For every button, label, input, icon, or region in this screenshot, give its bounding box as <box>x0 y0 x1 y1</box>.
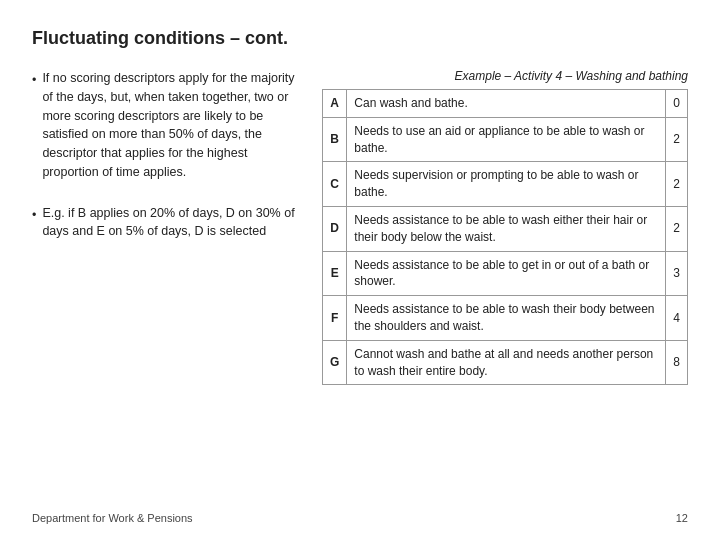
row-letter-g: G <box>323 340 347 385</box>
row-score-f: 4 <box>666 296 688 341</box>
row-letter-e: E <box>323 251 347 296</box>
bullet-text-1: If no scoring descriptors apply for the … <box>42 69 302 182</box>
row-score-g: 8 <box>666 340 688 385</box>
bullet-text-2: E.g. if B applies on 20% of days, D on 3… <box>42 204 302 242</box>
row-description-f: Needs assistance to be able to wash thei… <box>347 296 666 341</box>
row-score-b: 2 <box>666 117 688 162</box>
row-letter-d: D <box>323 206 347 251</box>
row-score-e: 3 <box>666 251 688 296</box>
table-row-f: FNeeds assistance to be able to wash the… <box>323 296 688 341</box>
row-letter-b: B <box>323 117 347 162</box>
table-row-a: ACan wash and bathe.0 <box>323 90 688 118</box>
bullet-item-2: • E.g. if B applies on 20% of days, D on… <box>32 204 302 242</box>
left-column: • If no scoring descriptors apply for th… <box>32 69 302 502</box>
table-title: Example – Activity 4 – Washing and bathi… <box>322 69 688 83</box>
row-score-c: 2 <box>666 162 688 207</box>
row-score-d: 2 <box>666 206 688 251</box>
footer-right: 12 <box>676 512 688 524</box>
row-score-a: 0 <box>666 90 688 118</box>
table-row-c: CNeeds supervision or prompting to be ab… <box>323 162 688 207</box>
activity-table: ACan wash and bathe.0BNeeds to use an ai… <box>322 89 688 385</box>
bullet-dot-1: • <box>32 71 36 182</box>
footer-left: Department for Work & Pensions <box>32 512 193 524</box>
bullet-dot-2: • <box>32 206 36 242</box>
right-column: Example – Activity 4 – Washing and bathi… <box>322 69 688 502</box>
table-row-e: ENeeds assistance to be able to get in o… <box>323 251 688 296</box>
table-row-d: DNeeds assistance to be able to wash eit… <box>323 206 688 251</box>
row-letter-c: C <box>323 162 347 207</box>
table-row-b: BNeeds to use an aid or appliance to be … <box>323 117 688 162</box>
row-description-c: Needs supervision or prompting to be abl… <box>347 162 666 207</box>
row-description-g: Cannot wash and bathe at all and needs a… <box>347 340 666 385</box>
row-letter-f: F <box>323 296 347 341</box>
table-row-g: GCannot wash and bathe at all and needs … <box>323 340 688 385</box>
footer: Department for Work & Pensions 12 <box>32 512 688 524</box>
row-letter-a: A <box>323 90 347 118</box>
content-area: • If no scoring descriptors apply for th… <box>32 69 688 502</box>
row-description-b: Needs to use an aid or appliance to be a… <box>347 117 666 162</box>
page: Fluctuating conditions – cont. • If no s… <box>0 0 720 540</box>
row-description-d: Needs assistance to be able to wash eith… <box>347 206 666 251</box>
page-title: Fluctuating conditions – cont. <box>32 28 688 49</box>
row-description-e: Needs assistance to be able to get in or… <box>347 251 666 296</box>
bullet-item-1: • If no scoring descriptors apply for th… <box>32 69 302 182</box>
row-description-a: Can wash and bathe. <box>347 90 666 118</box>
